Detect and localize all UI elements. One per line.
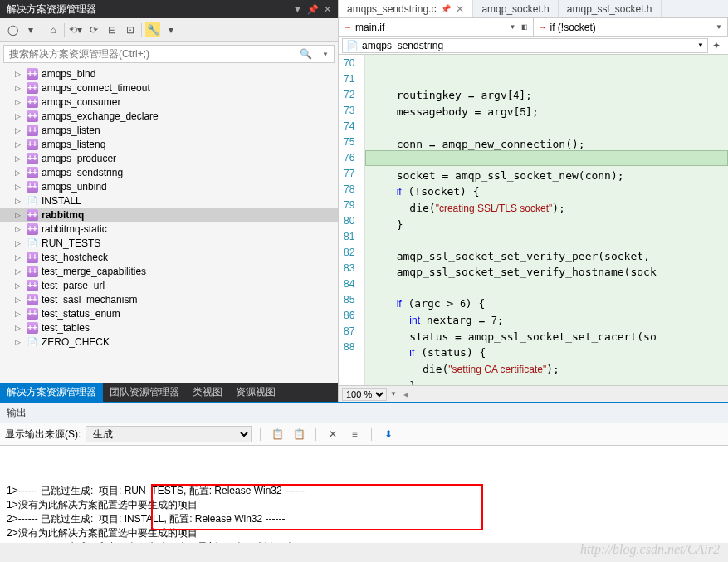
expander-icon[interactable]: ▷ (15, 211, 23, 219)
bottom-tab[interactable]: 解决方案资源管理器 (0, 383, 103, 402)
expander-icon[interactable]: ▷ (15, 126, 23, 134)
sync-icon[interactable]: ⟲▾ (68, 22, 83, 37)
tree-item-label: INSTALL (42, 195, 81, 207)
line-number: 84 (344, 276, 354, 292)
split-icon[interactable]: ◧ (521, 23, 528, 31)
search-dropdown-icon[interactable]: ▼ (317, 51, 334, 58)
code-content[interactable]: routingkey = argv[4]; messagebody = argv… (365, 55, 728, 385)
solution-tree[interactable]: ▷++amqps_bind▷++amqps_connect_timeout▷++… (0, 66, 338, 383)
nav-scope[interactable]: → main.if ▼ ◧ (339, 18, 534, 36)
tree-item[interactable]: ▷++amqps_listen (0, 123, 338, 137)
output-content[interactable]: 1>------ 已跳过生成: 项目: RUN_TESTS, 配置: Relea… (0, 446, 728, 543)
zoom-select[interactable]: 100 % (342, 388, 387, 401)
tree-item[interactable]: ▷++test_sasl_mechanism (0, 292, 338, 306)
tree-item[interactable]: ▷++rabbitmq-static (0, 222, 338, 236)
tree-item[interactable]: ▷📄INSTALL (0, 193, 338, 208)
breadcrumb-label: amqps_sendstring (362, 40, 443, 51)
chevron-down-icon[interactable]: ▼ (697, 42, 704, 49)
chevron-down-icon[interactable]: ▼ (716, 23, 722, 31)
toggle-icon[interactable]: ⬍ (380, 427, 397, 442)
more-icon[interactable]: ▾ (164, 22, 178, 37)
tree-item[interactable]: ▷++amqps_bind (0, 66, 338, 81)
bottom-tab[interactable]: 类视图 (186, 383, 229, 402)
expander-icon[interactable]: ▷ (15, 267, 23, 276)
pin-icon[interactable]: 📌 (441, 4, 451, 13)
close-icon[interactable]: ✕ (324, 4, 331, 15)
zoom-dropdown-icon[interactable]: ▼ (390, 390, 397, 398)
back-icon[interactable]: ◯ (5, 22, 20, 37)
file-tab[interactable]: amqp_socket.h (473, 0, 558, 17)
nav-member-label: if (!socket) (550, 22, 596, 33)
nav-member[interactable]: → if (!socket) ▼ (534, 18, 729, 36)
cpp-icon: ++ (27, 252, 38, 263)
forward-icon[interactable]: ▾ (23, 22, 38, 37)
tree-item[interactable]: ▷++rabbitmq (0, 208, 338, 222)
chevron-down-icon[interactable]: ▼ (510, 23, 516, 31)
expander-icon[interactable]: ▷ (15, 324, 23, 332)
dropdown-icon[interactable]: ▼ (293, 4, 302, 15)
tree-item[interactable]: ▷++amqps_producer (0, 151, 338, 165)
goto-icon[interactable]: 📋 (291, 427, 307, 442)
tree-item[interactable]: ▷++amqps_connect_timeout (0, 81, 338, 95)
search-box[interactable]: 🔍 ▼ (3, 45, 335, 63)
expander-icon[interactable]: ▷ (15, 253, 23, 261)
tree-item[interactable]: ▷++test_tables (0, 320, 338, 335)
breadcrumb[interactable]: 📄 amqps_sendstring ▼ (342, 38, 708, 53)
collapse-icon[interactable]: ⊟ (105, 22, 120, 37)
bottom-tab[interactable]: 资源视图 (229, 383, 282, 402)
expander-icon[interactable]: ▷ (15, 84, 23, 92)
bottom-tab[interactable]: 团队资源管理器 (103, 383, 186, 402)
solution-explorer-title: 解决方案资源管理器 (7, 2, 96, 17)
close-icon[interactable]: ✕ (456, 3, 464, 15)
nav-scope-label: main.if (355, 22, 384, 33)
expander-icon[interactable]: ▷ (15, 183, 23, 191)
expander-icon[interactable]: ▷ (15, 169, 23, 177)
expander-icon[interactable]: ▷ (15, 310, 23, 318)
file-tab[interactable]: amqps_sendstring.c📌✕ (339, 0, 473, 17)
search-input[interactable] (4, 46, 295, 61)
tree-item[interactable]: ▷++amqps_exchange_declare (0, 109, 338, 123)
expander-icon[interactable]: ▷ (15, 296, 23, 304)
tree-item-label: test_merge_capabilities (42, 266, 146, 277)
expander-icon[interactable]: ▷ (15, 197, 23, 205)
expander-icon[interactable]: ▷ (15, 140, 23, 149)
find-icon[interactable]: 📋 (269, 427, 286, 442)
properties-icon[interactable]: 🔧 (145, 22, 160, 37)
expander-icon[interactable]: ▷ (15, 338, 23, 346)
output-source-select[interactable]: 生成 (86, 426, 252, 442)
tree-item[interactable]: ▷📄ZERO_CHECK (0, 335, 338, 349)
nav-plus-icon[interactable]: ✦ (708, 40, 725, 51)
output-toolbar: 显示输出来源(S): 生成 📋 📋 ✕ ≡ ⬍ (0, 423, 728, 446)
home-icon[interactable]: ⌂ (46, 22, 61, 37)
expander-icon[interactable]: ▷ (15, 98, 23, 106)
wrap-icon[interactable]: ≡ (346, 427, 363, 442)
code-area[interactable]: 70717273747576777879808182838485868788 r… (339, 55, 728, 385)
expander-icon[interactable]: ▷ (15, 154, 23, 163)
line-number: 70 (344, 56, 354, 71)
tree-item[interactable]: ▷++amqps_sendstring (0, 165, 338, 179)
tree-item[interactable]: ▷++amqps_consumer (0, 95, 338, 109)
show-all-icon[interactable]: ⊡ (123, 22, 138, 37)
tree-item[interactable]: ▷++test_merge_capabilities (0, 264, 338, 278)
tree-item-label: amqps_listenq (42, 139, 105, 150)
tree-item[interactable]: ▷++amqps_listenq (0, 137, 338, 151)
clear-icon[interactable]: ✕ (325, 427, 341, 442)
file-tab-label: amqp_socket.h (481, 3, 549, 15)
file-tab[interactable]: amqp_ssl_socket.h (559, 0, 662, 17)
tree-item[interactable]: ▷++amqps_unbind (0, 179, 338, 193)
cpp-icon: ++ (27, 153, 38, 164)
expander-icon[interactable]: ▷ (15, 281, 23, 290)
tree-item[interactable]: ▷++test_hostcheck (0, 250, 338, 264)
expander-icon[interactable]: ▷ (15, 112, 23, 120)
refresh-icon[interactable]: ⟳ (86, 22, 101, 37)
tree-item[interactable]: ▷++test_status_enum (0, 306, 338, 320)
tree-item-label: amqps_exchange_declare (42, 110, 159, 122)
pin-icon[interactable]: 📌 (307, 4, 319, 15)
expander-icon[interactable]: ▷ (15, 225, 23, 233)
tree-item[interactable]: ▷📄RUN_TESTS (0, 236, 338, 250)
tree-item[interactable]: ▷++test_parse_url (0, 278, 338, 292)
line-number: 73 (344, 103, 354, 119)
expander-icon[interactable]: ▷ (15, 239, 23, 247)
search-icon[interactable]: 🔍 (295, 48, 317, 60)
expander-icon[interactable]: ▷ (15, 70, 23, 78)
